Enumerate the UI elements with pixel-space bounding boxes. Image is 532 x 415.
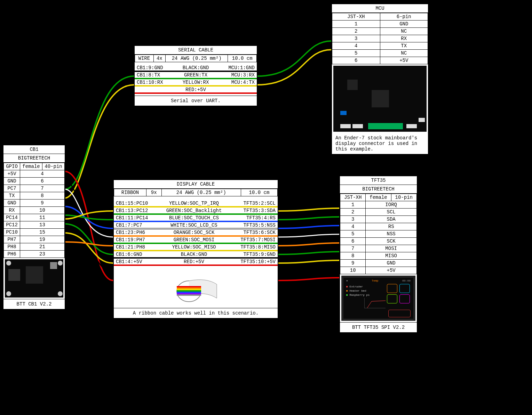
wire-mid: GREEN:TX xyxy=(169,72,222,79)
wire-right: MCU:1:GND xyxy=(222,64,257,71)
cb1-pin-num: 19 xyxy=(20,236,65,243)
wire-mid: YELLOW:RX xyxy=(169,79,222,86)
serial-spec-0: WIRE xyxy=(135,55,154,62)
cb1-pin-row: PC77 xyxy=(4,185,65,192)
wire-right: TFT35:10:+5V xyxy=(232,258,278,265)
svg-rect-7 xyxy=(177,294,201,296)
cb1-board-image xyxy=(5,259,63,298)
wire-mid: GREEN:SOC_Backlight xyxy=(156,207,232,214)
serial-spec-3: 10.0 cm xyxy=(228,55,257,62)
mcu-pin-num: 4 xyxy=(332,42,380,50)
cb1-pin-gpio: PH8 xyxy=(4,243,20,251)
wire-left: CB1:9:GND xyxy=(135,64,169,71)
wire-row: CB1:15:PC10 YELLOW:SOC_TP_IRQ TFT35:2:SC… xyxy=(114,200,278,207)
cb1-pin-gpio: PH7 xyxy=(4,236,20,243)
tft35-pin-num: 4 xyxy=(340,223,366,230)
wire-right: TFT35:5:NSS xyxy=(232,222,278,229)
cb1-pin-num: 4 xyxy=(20,170,65,178)
tft35-pin-name: IORQ xyxy=(366,201,417,209)
wire-row: CB1:6:GND BLACK:GND TFT35:9:GND xyxy=(114,251,278,258)
wire-mid: RED:+5V xyxy=(169,86,222,93)
tft35-pin-name: RS xyxy=(366,223,417,230)
cb1-hdr-female: female xyxy=(20,163,42,170)
cb1-pin-gpio: PC12 xyxy=(4,221,20,229)
display-cable-caption: A ribbon cable works well in this scenar… xyxy=(114,308,278,318)
serial-spec-1: 4x xyxy=(153,55,165,62)
tft35-subtitle: BIGTREETECH xyxy=(340,185,417,194)
tft35-pin-name: SDA xyxy=(366,216,417,223)
wire-row: CB1:21:PH8 YELLOW:SOC_MISO TFT35:8:MISO xyxy=(114,244,278,251)
tft35-img-label: BTT TFT35 SPI V2.2 xyxy=(340,322,417,332)
tft35-pin-num: 9 xyxy=(340,260,366,267)
cb1-pin-gpio: PC10 xyxy=(4,229,20,236)
cb1-pin-row: GND6 xyxy=(4,178,65,185)
mcu-pin-row: 6+5V xyxy=(332,57,428,64)
cb1-pin-row: PC1015 xyxy=(4,229,65,236)
wire-mid: YELLOW:SOC_TP_IRQ xyxy=(156,200,232,207)
tft35-pin-name: MOSI xyxy=(366,245,417,252)
cb1-pin-gpio: TX xyxy=(4,192,20,200)
wire-left: CB1:19:PH7 xyxy=(114,236,156,243)
tft35-hdr-jst: JST-XH xyxy=(340,194,366,201)
display-spec-3: 10.0 cm xyxy=(241,189,277,196)
display-spec-0: RIBBON xyxy=(114,189,146,196)
tft35-pin-row: 5NSS xyxy=(340,230,417,238)
mcu-hdr-jst: JST-XH xyxy=(332,13,380,21)
tft35-pin-name: GND xyxy=(366,260,417,267)
tft35-block: TFT35 BIGTREETECH JST-XH female 10-pin 1… xyxy=(339,176,418,333)
tft35-pin-name: SCK xyxy=(366,238,417,245)
wire-left: CB1:23:PH6 xyxy=(114,229,156,236)
cb1-pin-row: PH623 xyxy=(4,251,65,258)
tft35-pin-row: 10+5V xyxy=(340,267,417,274)
wire-stripe xyxy=(135,92,257,94)
cb1-pin-row: +5V4 xyxy=(4,170,65,178)
display-spec-2: 24 AWG (0.25 mm²) xyxy=(161,189,241,196)
wire-right: MCU:4:TX xyxy=(222,79,257,86)
wire-row: CB1:8:TX GREEN:TX MCU:3:RX xyxy=(135,72,257,79)
tft35-pin-num: 8 xyxy=(340,252,366,260)
tft35-pin-num: 3 xyxy=(340,216,366,223)
mcu-pin-num: 5 xyxy=(332,50,380,57)
mcu-pin-num: 3 xyxy=(332,35,380,42)
tft35-pin-num: 7 xyxy=(340,245,366,252)
mcu-pin-row: 4TX xyxy=(332,42,428,50)
tft35-pin-num: 1 xyxy=(340,201,366,209)
serial-cable-block: SERIAL CABLE WIRE 4x 24 AWG (0.25 mm²) 1… xyxy=(134,45,257,106)
wire-right: TFT35:8:MISO xyxy=(232,244,278,251)
cb1-subtitle: BIGTREETECH xyxy=(3,154,65,163)
mcu-pin-table: JST-XH 6-pin 1GND2NC3RX4TX5NC6+5V xyxy=(332,13,428,64)
tft35-pin-name: MISO xyxy=(366,252,417,260)
wire-mid: RED:+5V xyxy=(156,258,232,265)
cb1-pin-table: GPIO female 40-pin +5V4GND6PC77TX8GND9RX… xyxy=(3,163,65,258)
wire-left: CB1:4:+5V xyxy=(114,258,156,265)
display-cable-spec: RIBBON 9x 24 AWG (0.25 mm²) 10.0 cm xyxy=(114,189,278,196)
mcu-board-image xyxy=(333,66,427,132)
mcu-pin-name: NC xyxy=(380,50,428,57)
wire-row: CB1:13:PC12 GREEN:SOC_Backlight TFT35:3:… xyxy=(114,207,278,214)
wire-left: CB1:21:PH8 xyxy=(114,244,156,251)
svg-rect-2 xyxy=(177,287,201,289)
tft35-pin-name: SCL xyxy=(366,209,417,216)
cb1-title: CB1 xyxy=(3,145,65,154)
cb1-pin-num: 10 xyxy=(20,207,65,214)
wire-left: CB1:7:PC7 xyxy=(114,222,156,229)
cb1-pin-row: PC1411 xyxy=(4,214,65,221)
mcu-pin-name: TX xyxy=(380,42,428,50)
mcu-pin-num: 2 xyxy=(332,28,380,35)
tft35-pin-num: 6 xyxy=(340,238,366,245)
tft35-pin-num: 5 xyxy=(340,230,366,238)
cb1-pin-num: 13 xyxy=(20,221,65,229)
serial-cable-spec: WIRE 4x 24 AWG (0.25 mm²) 10.0 cm xyxy=(135,55,257,62)
wire-right: TFT35:9:GND xyxy=(232,251,278,258)
tft35-pin-row: 2SCL xyxy=(340,209,417,216)
cb1-pin-gpio: PC7 xyxy=(4,185,20,192)
cb1-hdr-gpio: GPIO xyxy=(4,163,20,170)
tft35-hdr-female: female xyxy=(366,194,391,201)
mcu-pin-row: 1GND xyxy=(332,21,428,28)
wire-mid: BLACK:GND xyxy=(169,64,222,71)
cb1-block: CB1 BIGTREETECH GPIO female 40-pin +5V4G… xyxy=(3,145,65,310)
wire-right xyxy=(222,89,257,90)
cb1-pin-row: PH719 xyxy=(4,236,65,243)
ribbon-cable-image xyxy=(114,268,278,308)
tft35-pin-row: 3SDA xyxy=(340,216,417,223)
